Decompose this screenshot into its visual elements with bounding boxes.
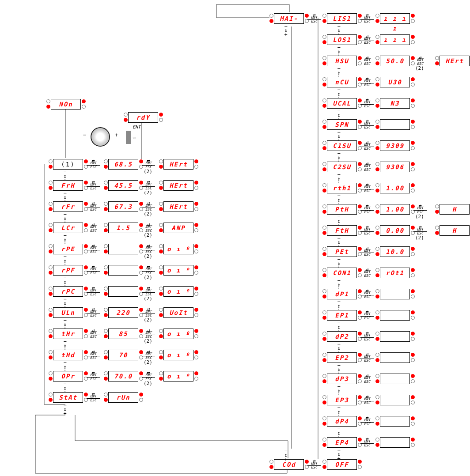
nav-arrows: ENTESC [87, 351, 100, 360]
led-off [322, 162, 326, 166]
led-off [49, 329, 53, 333]
led-off [375, 374, 379, 378]
led-on [322, 125, 326, 129]
esc-label: ESC [360, 104, 374, 108]
ent-label: ENT [360, 334, 374, 337]
led-off [49, 265, 53, 269]
led-on [49, 165, 53, 169]
ent-label: ENT [360, 101, 374, 104]
led-on [375, 83, 379, 87]
led-off [194, 207, 198, 211]
jog-dial-icon[interactable] [91, 127, 110, 147]
led-off [49, 308, 53, 312]
display-rval-3: N3 [380, 98, 410, 109]
display-r-dP1: dP1 [327, 289, 357, 299]
led-on [49, 292, 53, 296]
led-off [269, 14, 273, 18]
display-val-1: 45.5 [108, 180, 138, 191]
led-on [375, 210, 379, 214]
nav-arrows: ENTESC [142, 329, 155, 339]
led-on [159, 207, 163, 211]
display-r-UCAL: UCAL [327, 98, 357, 109]
display-r-SPN: SPN [327, 119, 357, 130]
ent-label: ENT [307, 462, 321, 465]
esc-label: ESC [87, 356, 100, 360]
display-val-5 [108, 265, 138, 276]
led-on [159, 165, 163, 169]
led-off [411, 146, 415, 150]
led-on [104, 207, 108, 211]
minus-icon: − [83, 132, 87, 138]
nav-arrows: ENTESC [360, 268, 374, 278]
ent-label: ENT [142, 374, 155, 377]
led-on [411, 162, 415, 166]
led-on [375, 231, 379, 235]
led-off [139, 398, 143, 402]
display-rval-8: 1.00 [380, 204, 410, 215]
esc-label: ESC [360, 295, 374, 299]
display-r-CON1: CON1 [327, 268, 357, 278]
led-on [124, 118, 128, 122]
led-on [322, 231, 326, 235]
display-rextra-1: HErt [440, 56, 470, 66]
led-on [159, 249, 163, 253]
display-cod: COd [274, 459, 304, 470]
led-on [411, 289, 415, 293]
led-on [322, 83, 326, 87]
ent-button-label: ENT [133, 125, 140, 129]
led-off [104, 159, 108, 163]
led-off [194, 355, 198, 359]
ent-button[interactable] [126, 131, 131, 144]
ent-label: ENT [307, 16, 321, 19]
display-r-EP2: EP2 [327, 352, 357, 363]
led-on [322, 337, 326, 341]
led-off [411, 104, 415, 108]
led-off [269, 460, 273, 464]
plus-minus-nav: −↕+ [283, 24, 289, 37]
led-on [159, 334, 163, 338]
nav-arrows: ENTESC [360, 205, 374, 214]
led-off [322, 310, 326, 314]
led-on [435, 61, 439, 65]
esc-label: ESC [360, 422, 374, 426]
display-rval-15 [380, 352, 410, 363]
led-on [411, 374, 415, 378]
esc-label: ESC [360, 147, 374, 151]
display-unit-3: ANP [163, 223, 193, 233]
esc-label: ESC [87, 314, 100, 317]
display-rval-6: 9306 [380, 162, 410, 172]
led-on [104, 186, 108, 190]
ent-label: ENT [142, 331, 155, 335]
display-unit-6: o ı º [163, 286, 193, 297]
led-on [322, 61, 326, 65]
note-2: (2) [144, 275, 152, 280]
esc-label: ESC [360, 19, 374, 23]
ent-label: ENT [142, 268, 155, 271]
led-off [104, 244, 108, 248]
led-on [49, 355, 53, 359]
led-off [49, 350, 53, 354]
led-on [159, 355, 163, 359]
led-off [375, 332, 379, 336]
nav-arrows: ENTESC [360, 184, 374, 193]
led-on [375, 252, 379, 256]
led-on [411, 310, 415, 314]
display-r-dP3: dP3 [327, 374, 357, 384]
led-off [322, 98, 326, 102]
note-2: (2) [415, 214, 424, 219]
led-on [194, 223, 198, 227]
esc-label: ESC [87, 398, 100, 402]
display-r-HSU: HSU [327, 56, 357, 66]
led-on [375, 19, 379, 23]
ent-label: ENT [360, 58, 374, 62]
note-2: (2) [144, 381, 152, 386]
esc-label: ESC [360, 41, 374, 45]
note-2: (2) [144, 359, 152, 365]
led-on [104, 313, 108, 317]
display-unit-5: o ı º [163, 265, 193, 276]
led-off [322, 183, 326, 187]
nav-arrows: ENTESC [142, 245, 155, 254]
led-off [49, 287, 53, 291]
led-on [375, 400, 379, 404]
ent-label: ENT [142, 246, 155, 250]
